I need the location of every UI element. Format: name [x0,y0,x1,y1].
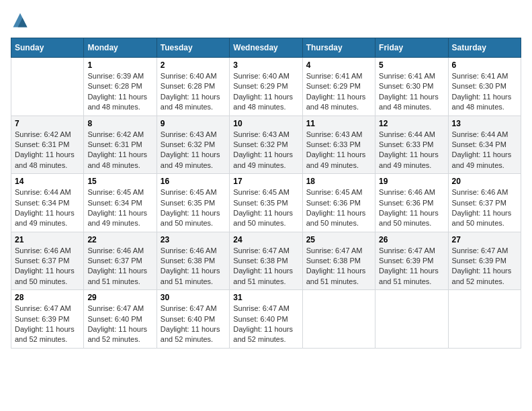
calendar-cell: 6Sunrise: 6:41 AMSunset: 6:30 PMDaylight… [448,58,521,116]
cell-line: and 50 minutes. [233,218,298,228]
cell-line: Sunrise: 6:41 AM [306,71,371,81]
calendar-cell: 22Sunrise: 6:46 AMSunset: 6:37 PMDayligh… [84,232,157,290]
cell-line: Sunset: 6:36 PM [379,198,444,208]
cell-line: Sunset: 6:34 PM [452,140,517,150]
cell-line: Sunrise: 6:46 AM [161,246,226,256]
cell-line: Sunset: 6:31 PM [15,140,80,150]
cell-line: Daylight: 11 hours [452,150,517,160]
cell-line: and 49 minutes. [452,161,517,171]
cell-line: Sunset: 6:37 PM [15,256,80,266]
day-number: 4 [306,60,371,70]
cell-line: Daylight: 11 hours [161,150,226,160]
day-number: 15 [87,177,152,186]
cell-line: and 49 minutes. [233,161,298,171]
week-row-2: 7Sunrise: 6:42 AMSunset: 6:31 PMDaylight… [11,116,521,174]
day-number: 28 [15,293,80,302]
day-number: 20 [452,177,517,186]
cell-line: and 51 minutes. [306,277,371,287]
calendar-cell [448,290,521,349]
cell-line: Sunset: 6:33 PM [306,140,371,150]
calendar-cell: 20Sunrise: 6:46 AMSunset: 6:37 PMDayligh… [448,174,521,232]
cell-line: Sunset: 6:38 PM [161,256,226,266]
calendar-cell [302,290,375,349]
cell-line: Daylight: 11 hours [233,208,298,218]
header-day-friday: Friday [375,38,448,58]
calendar-cell: 3Sunrise: 6:40 AMSunset: 6:29 PMDaylight… [230,58,302,116]
cell-line: and 52 minutes. [15,334,80,345]
week-row-1: 1Sunrise: 6:39 AMSunset: 6:28 PMDaylight… [11,58,521,116]
cell-line: Daylight: 11 hours [452,92,517,102]
cell-line: Daylight: 11 hours [306,92,371,102]
day-number: 30 [161,293,226,302]
logo [11,11,32,30]
cell-line: Sunrise: 6:45 AM [306,187,371,197]
cell-line: Sunrise: 6:47 AM [306,246,371,256]
day-number: 21 [15,235,80,244]
day-number: 19 [379,177,444,186]
cell-line: Daylight: 11 hours [15,208,80,218]
day-number: 11 [306,119,371,128]
cell-line: and 49 minutes. [379,161,444,171]
calendar-cell: 27Sunrise: 6:47 AMSunset: 6:39 PMDayligh… [448,232,521,290]
cell-line: Sunrise: 6:45 AM [87,187,152,197]
calendar-cell: 10Sunrise: 6:43 AMSunset: 6:32 PMDayligh… [230,116,302,174]
cell-line: Sunset: 6:40 PM [87,314,152,324]
day-number: 5 [379,60,444,70]
calendar-cell [375,290,448,349]
cell-line: Sunrise: 6:47 AM [452,246,517,256]
calendar-cell: 31Sunrise: 6:47 AMSunset: 6:40 PMDayligh… [230,290,302,349]
cell-line: and 49 minutes. [161,161,226,171]
calendar-cell: 14Sunrise: 6:44 AMSunset: 6:34 PMDayligh… [11,174,84,232]
cell-line: Sunset: 6:37 PM [452,198,517,208]
cell-line: and 50 minutes. [306,218,371,228]
day-number: 12 [379,119,444,128]
cell-line: Sunrise: 6:40 AM [233,71,298,81]
cell-line: Sunrise: 6:43 AM [161,130,226,140]
header-day-wednesday: Wednesday [230,38,302,58]
cell-line: Sunrise: 6:47 AM [233,246,298,256]
cell-line: and 51 minutes. [87,277,152,287]
header-row: SundayMondayTuesdayWednesdayThursdayFrid… [11,38,521,58]
cell-line: Sunset: 6:29 PM [233,81,298,91]
calendar-cell: 30Sunrise: 6:47 AMSunset: 6:40 PMDayligh… [157,290,229,349]
cell-line: Sunrise: 6:42 AM [87,130,152,140]
logo-icon [11,11,30,30]
cell-line: Daylight: 11 hours [15,150,80,160]
day-number: 31 [233,293,298,302]
calendar-cell: 7Sunrise: 6:42 AMSunset: 6:31 PMDaylight… [11,116,84,174]
cell-line: Daylight: 11 hours [161,266,226,276]
cell-line: Sunset: 6:39 PM [15,314,80,324]
header-day-thursday: Thursday [302,38,375,58]
day-number: 26 [379,235,444,244]
calendar-cell: 17Sunrise: 6:45 AMSunset: 6:35 PMDayligh… [230,174,302,232]
calendar-cell: 9Sunrise: 6:43 AMSunset: 6:32 PMDaylight… [157,116,229,174]
cell-line: Sunset: 6:29 PM [306,81,371,91]
cell-line: and 52 minutes. [452,277,517,287]
cell-line: and 49 minutes. [306,161,371,171]
cell-line: Daylight: 11 hours [452,208,517,218]
cell-line: Sunset: 6:40 PM [233,314,298,324]
calendar-cell: 24Sunrise: 6:47 AMSunset: 6:38 PMDayligh… [230,232,302,290]
cell-line: Daylight: 11 hours [233,150,298,160]
day-number: 7 [15,119,80,128]
cell-line: Sunrise: 6:46 AM [379,187,444,197]
cell-line: Sunset: 6:38 PM [306,256,371,266]
cell-line: Daylight: 11 hours [452,266,517,276]
cell-line: Sunrise: 6:45 AM [161,187,226,197]
cell-line: Daylight: 11 hours [161,92,226,102]
cell-line: and 50 minutes. [379,218,444,228]
cell-line: Sunrise: 6:47 AM [15,304,80,314]
day-number: 22 [87,235,152,244]
cell-line: and 48 minutes. [233,102,298,112]
day-number: 6 [452,60,517,70]
cell-line: Sunset: 6:28 PM [161,81,226,91]
cell-line: Sunrise: 6:46 AM [452,187,517,197]
cell-line: Sunset: 6:28 PM [87,81,152,91]
calendar-cell: 4Sunrise: 6:41 AMSunset: 6:29 PMDaylight… [302,58,375,116]
calendar-cell: 16Sunrise: 6:45 AMSunset: 6:35 PMDayligh… [157,174,229,232]
cell-line: Daylight: 11 hours [161,208,226,218]
cell-line: Sunrise: 6:47 AM [379,246,444,256]
cell-line: Daylight: 11 hours [379,150,444,160]
cell-line: and 49 minutes. [15,218,80,228]
calendar-cell: 1Sunrise: 6:39 AMSunset: 6:28 PMDaylight… [84,58,157,116]
